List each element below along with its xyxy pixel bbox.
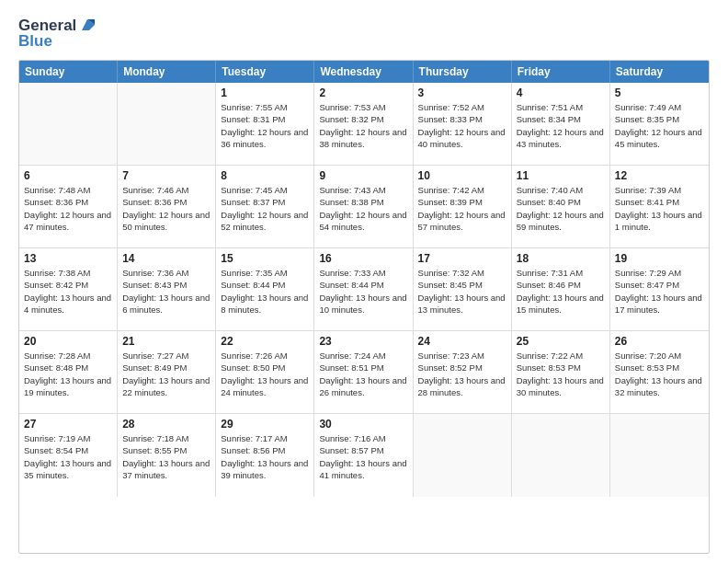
day-number: 23 (319, 335, 407, 348)
day-info: Sunrise: 7:27 AMSunset: 8:49 PMDaylight:… (122, 350, 210, 398)
empty-cell-4-4 (414, 414, 512, 497)
day-info: Sunrise: 7:52 AMSunset: 8:33 PMDaylight:… (418, 101, 506, 150)
day-number: 6 (24, 169, 112, 182)
day-info: Sunrise: 7:19 AMSunset: 8:54 PMDaylight:… (24, 432, 112, 481)
day-number: 10 (418, 169, 506, 182)
day-info: Sunrise: 7:24 AMSunset: 8:51 PMDaylight:… (319, 350, 407, 398)
day-cell-9: 9Sunrise: 7:43 AMSunset: 8:38 PMDaylight… (314, 166, 413, 247)
day-number: 11 (517, 169, 605, 182)
day-number: 9 (319, 169, 407, 182)
day-number: 30 (319, 418, 407, 431)
day-number: 5 (615, 86, 704, 99)
day-info: Sunrise: 7:39 AMSunset: 8:41 PMDaylight:… (615, 184, 704, 233)
day-info: Sunrise: 7:35 AMSunset: 8:44 PMDaylight:… (221, 267, 309, 316)
day-cell-29: 29Sunrise: 7:17 AMSunset: 8:56 PMDayligh… (216, 414, 314, 497)
day-info: Sunrise: 7:51 AMSunset: 8:34 PMDaylight:… (517, 101, 605, 150)
day-cell-23: 23Sunrise: 7:24 AMSunset: 8:51 PMDayligh… (314, 331, 413, 413)
day-number: 22 (221, 335, 309, 348)
day-info: Sunrise: 7:32 AMSunset: 8:45 PMDaylight:… (418, 267, 506, 316)
calendar-header: SundayMondayTuesdayWednesdayThursdayFrid… (19, 61, 709, 83)
day-cell-19: 19Sunrise: 7:29 AMSunset: 8:47 PMDayligh… (610, 248, 709, 330)
calendar-body: 1Sunrise: 7:55 AMSunset: 8:31 PMDaylight… (19, 83, 709, 497)
day-info: Sunrise: 7:17 AMSunset: 8:56 PMDaylight:… (221, 432, 309, 481)
week-row-4: 27Sunrise: 7:19 AMSunset: 8:54 PMDayligh… (19, 414, 709, 497)
header-day-thursday: Thursday (414, 61, 512, 83)
day-number: 18 (517, 252, 605, 265)
header-day-monday: Monday (118, 61, 216, 83)
header-day-sunday: Sunday (19, 61, 118, 83)
day-number: 16 (319, 252, 407, 265)
header-day-tuesday: Tuesday (216, 61, 314, 83)
day-info: Sunrise: 7:55 AMSunset: 8:31 PMDaylight:… (221, 101, 309, 150)
day-number: 25 (517, 335, 605, 348)
empty-cell-0-0 (19, 83, 118, 165)
day-info: Sunrise: 7:38 AMSunset: 8:42 PMDaylight:… (24, 267, 112, 316)
logo-text-blue: Blue (18, 32, 97, 51)
day-cell-27: 27Sunrise: 7:19 AMSunset: 8:54 PMDayligh… (19, 414, 118, 497)
day-info: Sunrise: 7:31 AMSunset: 8:46 PMDaylight:… (517, 267, 605, 316)
page: General Blue SundayMondayTuesdayWednesda… (0, 0, 728, 563)
day-cell-8: 8Sunrise: 7:45 AMSunset: 8:37 PMDaylight… (216, 166, 314, 247)
day-number: 27 (24, 418, 112, 431)
day-info: Sunrise: 7:42 AMSunset: 8:39 PMDaylight:… (418, 184, 506, 233)
day-cell-10: 10Sunrise: 7:42 AMSunset: 8:39 PMDayligh… (414, 166, 512, 247)
day-info: Sunrise: 7:46 AMSunset: 8:36 PMDaylight:… (122, 184, 210, 233)
day-number: 4 (517, 86, 605, 99)
day-info: Sunrise: 7:45 AMSunset: 8:37 PMDaylight:… (221, 184, 309, 233)
day-number: 19 (615, 252, 704, 265)
day-info: Sunrise: 7:48 AMSunset: 8:36 PMDaylight:… (24, 184, 112, 233)
day-cell-20: 20Sunrise: 7:28 AMSunset: 8:48 PMDayligh… (19, 331, 118, 413)
day-number: 3 (418, 86, 506, 99)
day-info: Sunrise: 7:49 AMSunset: 8:35 PMDaylight:… (615, 101, 704, 150)
day-info: Sunrise: 7:26 AMSunset: 8:50 PMDaylight:… (221, 350, 309, 398)
day-info: Sunrise: 7:28 AMSunset: 8:48 PMDaylight:… (24, 350, 112, 398)
day-cell-24: 24Sunrise: 7:23 AMSunset: 8:52 PMDayligh… (414, 331, 512, 413)
day-cell-16: 16Sunrise: 7:33 AMSunset: 8:44 PMDayligh… (314, 248, 413, 330)
day-number: 2 (319, 86, 407, 99)
day-number: 26 (615, 335, 704, 348)
day-info: Sunrise: 7:33 AMSunset: 8:44 PMDaylight:… (319, 267, 407, 316)
day-cell-5: 5Sunrise: 7:49 AMSunset: 8:35 PMDaylight… (610, 83, 709, 165)
day-cell-12: 12Sunrise: 7:39 AMSunset: 8:41 PMDayligh… (610, 166, 709, 247)
day-cell-11: 11Sunrise: 7:40 AMSunset: 8:40 PMDayligh… (512, 166, 610, 247)
day-info: Sunrise: 7:20 AMSunset: 8:53 PMDaylight:… (615, 350, 704, 398)
day-cell-7: 7Sunrise: 7:46 AMSunset: 8:36 PMDaylight… (118, 166, 216, 247)
day-number: 28 (122, 418, 210, 431)
day-cell-28: 28Sunrise: 7:18 AMSunset: 8:55 PMDayligh… (118, 414, 216, 497)
day-cell-22: 22Sunrise: 7:26 AMSunset: 8:50 PMDayligh… (216, 331, 314, 413)
week-row-3: 20Sunrise: 7:28 AMSunset: 8:48 PMDayligh… (19, 331, 709, 414)
day-cell-26: 26Sunrise: 7:20 AMSunset: 8:53 PMDayligh… (610, 331, 709, 413)
logo-icon (78, 16, 97, 34)
day-info: Sunrise: 7:16 AMSunset: 8:57 PMDaylight:… (319, 432, 407, 481)
empty-cell-4-6 (610, 414, 709, 497)
day-info: Sunrise: 7:53 AMSunset: 8:32 PMDaylight:… (319, 101, 407, 150)
day-number: 24 (418, 335, 506, 348)
header-day-friday: Friday (512, 61, 610, 83)
day-cell-30: 30Sunrise: 7:16 AMSunset: 8:57 PMDayligh… (314, 414, 413, 497)
day-cell-1: 1Sunrise: 7:55 AMSunset: 8:31 PMDaylight… (216, 83, 314, 165)
day-cell-17: 17Sunrise: 7:32 AMSunset: 8:45 PMDayligh… (414, 248, 512, 330)
header-day-wednesday: Wednesday (314, 61, 413, 83)
logo: General Blue (18, 17, 97, 51)
day-info: Sunrise: 7:40 AMSunset: 8:40 PMDaylight:… (517, 184, 605, 233)
day-info: Sunrise: 7:22 AMSunset: 8:53 PMDaylight:… (517, 350, 605, 398)
day-info: Sunrise: 7:29 AMSunset: 8:47 PMDaylight:… (615, 267, 704, 316)
day-cell-25: 25Sunrise: 7:22 AMSunset: 8:53 PMDayligh… (512, 331, 610, 413)
day-cell-2: 2Sunrise: 7:53 AMSunset: 8:32 PMDaylight… (314, 83, 413, 165)
day-number: 17 (418, 252, 506, 265)
day-cell-15: 15Sunrise: 7:35 AMSunset: 8:44 PMDayligh… (216, 248, 314, 330)
week-row-1: 6Sunrise: 7:48 AMSunset: 8:36 PMDaylight… (19, 166, 709, 248)
day-number: 12 (615, 169, 704, 182)
day-info: Sunrise: 7:18 AMSunset: 8:55 PMDaylight:… (122, 432, 210, 481)
day-cell-14: 14Sunrise: 7:36 AMSunset: 8:43 PMDayligh… (118, 248, 216, 330)
empty-cell-4-5 (512, 414, 610, 497)
day-number: 7 (122, 169, 210, 182)
day-number: 8 (221, 169, 309, 182)
day-cell-21: 21Sunrise: 7:27 AMSunset: 8:49 PMDayligh… (118, 331, 216, 413)
day-number: 1 (221, 86, 309, 99)
day-info: Sunrise: 7:43 AMSunset: 8:38 PMDaylight:… (319, 184, 407, 233)
day-number: 20 (24, 335, 112, 348)
empty-cell-0-1 (118, 83, 216, 165)
week-row-0: 1Sunrise: 7:55 AMSunset: 8:31 PMDaylight… (19, 83, 709, 166)
day-number: 13 (24, 252, 112, 265)
